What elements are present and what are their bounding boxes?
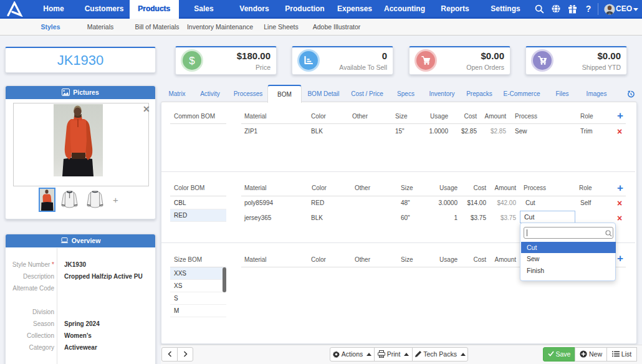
svg-text:$: $	[189, 55, 195, 67]
